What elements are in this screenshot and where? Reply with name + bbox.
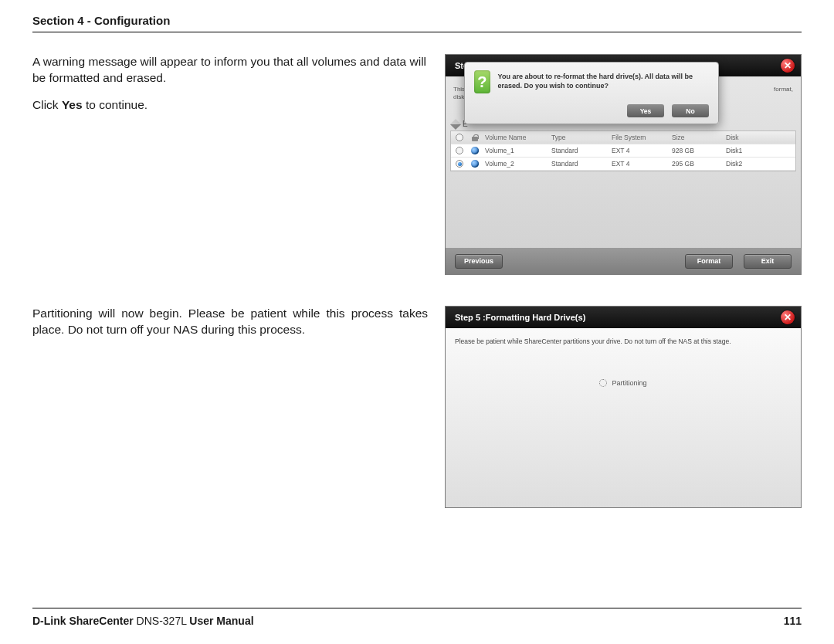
col-size: Size	[672, 134, 726, 141]
col-disk: Disk	[726, 134, 795, 141]
table-row[interactable]: Volume_2 Standard EXT 4 295 GB Disk2	[451, 158, 795, 171]
format-button[interactable]: Format	[685, 254, 733, 269]
globe-icon	[471, 160, 479, 168]
col-filesystem: File System	[612, 134, 672, 141]
screenshot-title: Step 5 :Formatting Hard Drive(s)	[455, 313, 585, 322]
para-partitioning: Partitioning will now begin. Please be p…	[32, 306, 428, 338]
lock-icon	[472, 134, 478, 141]
row-radio-selected[interactable]	[456, 160, 463, 168]
col-volume-name: Volume Name	[482, 134, 551, 141]
close-icon[interactable]: ✕	[781, 59, 795, 73]
row-radio[interactable]	[456, 147, 463, 154]
spinner-icon	[599, 379, 607, 387]
partitioning-status: Partitioning	[446, 379, 801, 387]
modal-message: You are about to re-format the hard driv…	[498, 70, 709, 93]
para-click-yes: Click Yes to continue.	[32, 97, 428, 114]
section-header: Section 4 - Configuration	[32, 14, 802, 32]
globe-icon	[471, 147, 479, 154]
previous-button[interactable]: Previous	[455, 254, 503, 269]
radio-icon	[456, 134, 463, 141]
instruction-text-1: A warning message will appear to inform …	[32, 54, 428, 275]
exit-button[interactable]: Exit	[744, 254, 792, 269]
modal-no-button[interactable]: No	[672, 104, 709, 117]
table-header-row: Volume Name Type File System Size Disk	[451, 131, 795, 144]
confirm-modal: ? You are about to re-format the hard dr…	[464, 62, 719, 124]
volume-table: Volume Name Type File System Size Disk V…	[450, 130, 796, 171]
formatting-message: Please be patient while ShareCenter part…	[455, 337, 792, 345]
pencil-icon	[450, 118, 461, 129]
background-text-right: format,	[774, 86, 793, 93]
page-number: 111	[784, 615, 802, 627]
footer-model: DNS-327L	[134, 615, 190, 627]
close-icon[interactable]: ✕	[781, 310, 795, 324]
wizard-footer: Previous Format Exit	[446, 248, 801, 274]
page-footer: D-Link ShareCenter DNS-327L User Manual …	[32, 608, 802, 627]
question-icon: ?	[474, 70, 490, 93]
footer-manual: User Manual	[189, 615, 253, 627]
col-type: Type	[551, 134, 612, 141]
screenshot-formatting: Step 5 :Formatting Hard Drive(s) ✕ Pleas…	[445, 306, 802, 508]
footer-brand: D-Link ShareCenter	[32, 615, 134, 627]
para-warning: A warning message will appear to inform …	[32, 54, 428, 86]
instruction-text-2: Partitioning will now begin. Please be p…	[32, 306, 428, 508]
modal-yes-button[interactable]: Yes	[627, 104, 664, 117]
screenshot-reformat-dialog: Ste ✕ This s disk a format, ? You are ab…	[445, 54, 802, 275]
table-row[interactable]: Volume_1 Standard EXT 4 928 GB Disk1	[451, 144, 795, 158]
